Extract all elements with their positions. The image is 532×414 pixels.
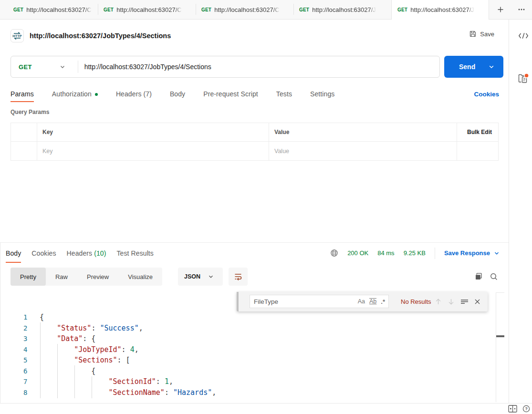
tab-method-badge: GET <box>13 7 23 12</box>
request-tab-1[interactable]: GET http://localhost:63027/C <box>0 0 98 19</box>
find-close-icon[interactable] <box>474 298 481 305</box>
search-response-icon[interactable] <box>490 272 498 281</box>
tab-url: http://localhost:63027/C <box>214 6 280 13</box>
method-dropdown-caret[interactable] <box>60 64 65 70</box>
cookies-link[interactable]: Cookies <box>474 86 499 102</box>
tab-body[interactable]: Body <box>170 86 185 102</box>
find-input[interactable]: FileType Aa Ab .* <box>250 295 389 308</box>
code-line: 4 "JobTypeId": 4, <box>0 344 216 355</box>
response-size[interactable]: 9.25 KB <box>404 249 426 257</box>
response-status[interactable]: 200 OK <box>347 249 368 257</box>
code-line: 8 "SectionName": "Hazards", <box>0 387 216 398</box>
response-tab-cookies[interactable]: Cookies <box>31 243 56 263</box>
request-title: http://localhost:63027/JobTypes/4/Sectio… <box>30 32 171 40</box>
find-previous-icon[interactable] <box>434 298 442 306</box>
response-tab-test-results[interactable]: Test Results <box>117 243 154 263</box>
save-button[interactable]: Save <box>469 30 494 38</box>
response-headers-count: (10) <box>94 249 106 257</box>
whole-word-toggle[interactable]: Ab <box>369 298 376 305</box>
send-button[interactable]: Send <box>444 56 503 78</box>
tab-url: http://localhost:63027/C <box>116 6 182 13</box>
param-key-input[interactable]: Key <box>37 142 269 160</box>
response-tab-body[interactable]: Body <box>6 243 21 263</box>
tab-tests[interactable]: Tests <box>276 86 292 102</box>
tab-authorization-label: Authorization <box>52 90 92 98</box>
response-tab-headers[interactable]: Headers (10) <box>67 243 106 263</box>
tab-authorization[interactable]: Authorization <box>52 86 98 102</box>
authorization-status-dot <box>95 93 98 96</box>
save-response-label: Save Response <box>444 249 490 257</box>
match-case-toggle[interactable]: Aa <box>358 298 365 305</box>
code-snippet-icon[interactable] <box>518 32 529 40</box>
request-header: HTTP http://localhost:63027/JobTypes/4/S… <box>0 20 509 52</box>
param-row-handle <box>11 142 37 160</box>
regex-toggle[interactable]: .* <box>381 298 385 305</box>
overview-ruler-top <box>496 292 504 293</box>
format-dropdown[interactable]: JSON <box>178 268 223 286</box>
indent-guide <box>92 376 92 398</box>
param-select-column <box>11 123 37 141</box>
find-in-selection-icon[interactable] <box>460 298 469 306</box>
tab-prerequest-script[interactable]: Pre-request Script <box>203 86 258 102</box>
response-time[interactable]: 84 ms <box>377 249 394 257</box>
response-meta: 200 OK 84 ms 9.25 KB Save Response <box>330 243 500 263</box>
line-number: 7 <box>0 376 27 387</box>
save-icon <box>469 30 477 38</box>
param-key-header: Key <box>37 123 269 141</box>
find-navigation <box>434 298 481 306</box>
param-value-input[interactable]: Value <box>269 142 457 160</box>
overview-ruler-cursor <box>496 335 504 337</box>
tab-method-badge: GET <box>299 7 309 12</box>
url-input[interactable]: http://localhost:63027/JobTypes/4/Sectio… <box>84 63 211 71</box>
documentation-icon[interactable] <box>517 72 530 85</box>
view-raw[interactable]: Raw <box>46 268 77 286</box>
find-query-text: FileType <box>254 298 358 305</box>
network-globe-icon[interactable] <box>330 249 338 257</box>
request-tab-3[interactable]: GET http://localhost:63027/C <box>196 0 293 19</box>
more-options-icon[interactable] <box>518 6 525 13</box>
response-json: 1{ 2 "Status": "Success", 3 "Data": { 4 … <box>0 312 216 398</box>
find-widget-sash[interactable] <box>237 292 239 311</box>
find-results-count: No Results <box>401 298 431 305</box>
request-tab-4[interactable]: GET http://localhost:63027/J <box>293 0 391 19</box>
request-tab-5-active[interactable]: GET http://localhost:63027/J <box>391 0 489 20</box>
param-value-header: Value <box>269 123 457 141</box>
send-options-caret[interactable] <box>488 63 495 70</box>
param-key-placeholder: Key <box>42 148 53 155</box>
help-icon[interactable]: ? <box>522 405 530 413</box>
tab-settings[interactable]: Settings <box>310 86 334 102</box>
bulk-edit-button[interactable]: Bulk Edit <box>457 123 498 141</box>
line-number: 5 <box>0 355 27 366</box>
code-line: 2 "Status": "Success", <box>0 323 216 334</box>
url-divider <box>78 61 78 73</box>
request-tab-2[interactable]: GET http://localhost:63027/C <box>98 0 196 19</box>
save-response-button[interactable]: Save Response <box>444 249 500 257</box>
request-tab-strip: GET http://localhost:63027/C GET http://… <box>0 0 532 20</box>
line-number: 8 <box>0 387 27 398</box>
copy-response-icon[interactable] <box>474 272 483 281</box>
tab-method-badge: GET <box>201 7 211 12</box>
view-pretty[interactable]: Pretty <box>10 268 46 286</box>
save-label: Save <box>480 31 494 38</box>
two-pane-view-icon[interactable] <box>508 405 517 413</box>
find-next-icon[interactable] <box>447 298 455 306</box>
format-selected: JSON <box>184 273 200 280</box>
line-number: 6 <box>0 366 27 377</box>
view-visualize[interactable]: Visualize <box>118 268 162 286</box>
code-line: 5 "Sections": [ <box>0 355 216 366</box>
wrap-lines-button[interactable] <box>229 268 248 286</box>
format-caret <box>208 274 214 279</box>
view-preview[interactable]: Preview <box>77 268 118 286</box>
line-number: 3 <box>0 333 27 344</box>
param-row-end <box>457 142 498 160</box>
tab-params[interactable]: Params <box>10 86 34 102</box>
query-params-header-row: Key Value Bulk Edit <box>11 123 498 142</box>
send-label: Send <box>459 63 475 71</box>
indent-guide <box>74 365 75 398</box>
tab-method-badge: GET <box>397 7 407 12</box>
query-params-empty-row: Key Value <box>11 142 498 160</box>
save-response-caret <box>494 250 500 256</box>
tab-headers[interactable]: Headers (7) <box>116 86 152 102</box>
new-tab-button[interactable] <box>497 6 504 13</box>
method-selected[interactable]: GET <box>19 63 32 71</box>
